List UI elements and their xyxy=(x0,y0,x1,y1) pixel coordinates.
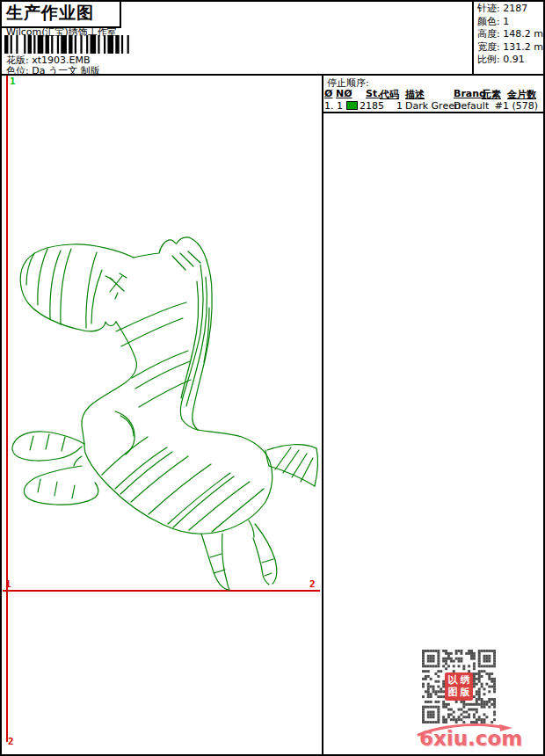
col-header-code: 代码 xyxy=(380,88,399,101)
stamp-char: 版 xyxy=(459,687,471,699)
stat-height: 高度: 148.2 mm xyxy=(477,28,545,41)
table-bottom-rule xyxy=(323,112,543,113)
barcode xyxy=(4,35,131,54)
stat-width: 宽度: 131.2 mm xyxy=(477,41,545,55)
cell-sequins: #1 (578) xyxy=(492,100,538,112)
col-header-needle: NØ xyxy=(336,88,352,99)
stat-stitches: 针迹: 2187 xyxy=(477,3,545,16)
production-worksheet: 生产作业图 Wilcom(汇宝)绣饰工作室 花版: xt1903.EMB 色位:… xyxy=(0,0,545,756)
stat-colors: 颜色: 1 xyxy=(477,16,545,29)
design-stats-box: 针迹: 2187 颜色: 1 高度: 148.2 mm 宽度: 131.2 mm… xyxy=(472,0,545,74)
stamp-char: 图 xyxy=(447,687,459,699)
red-seal-stamp: 以 绣 图 版 xyxy=(445,672,473,701)
cell-description: Dark Green xyxy=(405,100,461,112)
cell-brand: Default xyxy=(454,100,489,112)
page-title: 生产作业图 xyxy=(6,3,120,22)
col-header-stop: Ø xyxy=(324,88,332,99)
horse-outline-group xyxy=(12,237,318,590)
embroidery-design-horse xyxy=(0,75,323,755)
cell-stop: 1. xyxy=(324,100,334,112)
title-box: 生产作业图 xyxy=(0,0,121,28)
col-header-desc: 描述 xyxy=(405,88,425,101)
stamp-char: 以 xyxy=(447,674,459,687)
col-header-stitches: St. xyxy=(366,88,381,99)
stamp-char: 绣 xyxy=(459,674,471,687)
col-header-element: 元素 xyxy=(482,88,501,101)
stat-scale: 比例: 0.91 xyxy=(477,54,545,67)
cell-code: 1 xyxy=(380,100,403,112)
cell-needle: 1 xyxy=(337,100,343,112)
col-header-sequins: 金片数 xyxy=(507,88,536,101)
watermark-text: 6xiu.com xyxy=(419,727,522,750)
thread-color-swatch xyxy=(346,101,358,110)
